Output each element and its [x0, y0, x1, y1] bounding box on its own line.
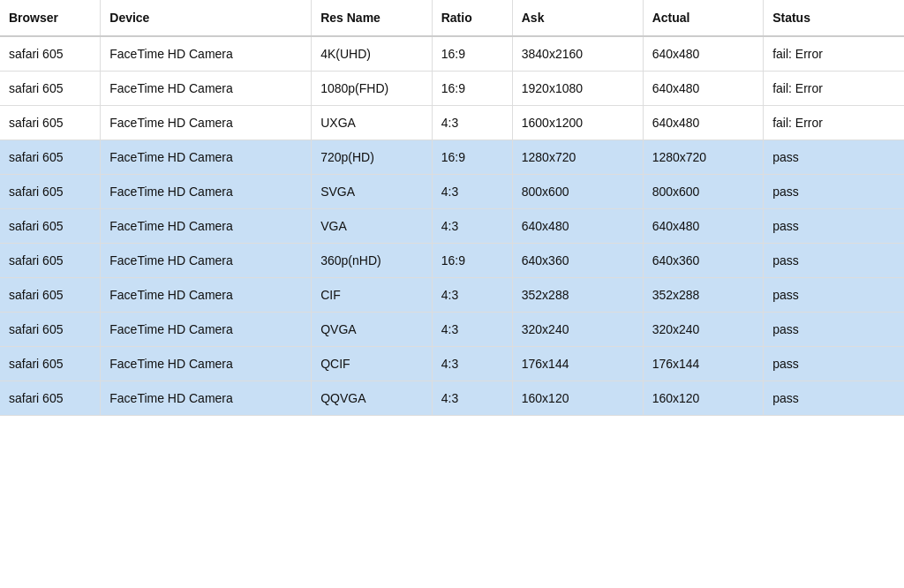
- cell-resName: 720p(HD): [312, 140, 433, 175]
- cell-browser: safari 605: [0, 313, 101, 347]
- table-row: safari 605FaceTime HD CameraUXGA4:31600x…: [0, 106, 904, 140]
- cell-ask: 3840x2160: [512, 36, 643, 72]
- cell-ask: 800x600: [512, 175, 643, 209]
- cell-status: pass: [764, 381, 904, 416]
- cell-device: FaceTime HD Camera: [101, 106, 312, 140]
- cell-browser: safari 605: [0, 140, 101, 175]
- cell-ratio: 16:9: [432, 36, 512, 72]
- table-row: safari 605FaceTime HD CameraSVGA4:3800x6…: [0, 175, 904, 209]
- cell-browser: safari 605: [0, 209, 101, 244]
- cell-status: fail: Error: [764, 106, 904, 140]
- cell-ratio: 4:3: [432, 347, 512, 381]
- cell-device: FaceTime HD Camera: [101, 278, 312, 313]
- cell-status: fail: Error: [764, 72, 904, 106]
- cell-resName: VGA: [312, 209, 433, 244]
- cell-ratio: 4:3: [432, 175, 512, 209]
- table-row: safari 605FaceTime HD CameraQQVGA4:3160x…: [0, 381, 904, 416]
- cell-actual: 160x120: [643, 381, 764, 416]
- cell-resName: 1080p(FHD): [312, 72, 433, 106]
- results-table: Browser Device Res Name Ratio Ask Actual…: [0, 0, 904, 416]
- cell-browser: safari 605: [0, 381, 101, 416]
- cell-ask: 1920x1080: [512, 72, 643, 106]
- table-row: safari 605FaceTime HD Camera720p(HD)16:9…: [0, 140, 904, 175]
- cell-ask: 352x288: [512, 278, 643, 313]
- header-ratio: Ratio: [432, 0, 512, 36]
- cell-ratio: 16:9: [432, 72, 512, 106]
- cell-resName: 4K(UHD): [312, 36, 433, 72]
- cell-status: pass: [764, 175, 904, 209]
- header-browser: Browser: [0, 0, 101, 36]
- cell-device: FaceTime HD Camera: [101, 244, 312, 278]
- cell-browser: safari 605: [0, 72, 101, 106]
- cell-actual: 1280x720: [643, 140, 764, 175]
- cell-ask: 640x480: [512, 209, 643, 244]
- header-ask: Ask: [512, 0, 643, 36]
- cell-ratio: 16:9: [432, 244, 512, 278]
- table-row: safari 605FaceTime HD Camera360p(nHD)16:…: [0, 244, 904, 278]
- cell-ratio: 4:3: [432, 106, 512, 140]
- cell-actual: 640x480: [643, 209, 764, 244]
- cell-device: FaceTime HD Camera: [101, 175, 312, 209]
- table-row: safari 605FaceTime HD Camera4K(UHD)16:93…: [0, 36, 904, 72]
- cell-actual: 640x480: [643, 106, 764, 140]
- cell-browser: safari 605: [0, 244, 101, 278]
- cell-ask: 160x120: [512, 381, 643, 416]
- cell-ask: 640x360: [512, 244, 643, 278]
- cell-browser: safari 605: [0, 36, 101, 72]
- cell-browser: safari 605: [0, 347, 101, 381]
- table-row: safari 605FaceTime HD CameraQCIF4:3176x1…: [0, 347, 904, 381]
- cell-device: FaceTime HD Camera: [101, 313, 312, 347]
- cell-ratio: 4:3: [432, 209, 512, 244]
- table-row: safari 605FaceTime HD CameraVGA4:3640x48…: [0, 209, 904, 244]
- cell-ask: 176x144: [512, 347, 643, 381]
- cell-actual: 640x480: [643, 36, 764, 72]
- table-header-row: Browser Device Res Name Ratio Ask Actual…: [0, 0, 904, 36]
- cell-status: pass: [764, 140, 904, 175]
- cell-status: fail: Error: [764, 36, 904, 72]
- cell-device: FaceTime HD Camera: [101, 36, 312, 72]
- header-resname: Res Name: [312, 0, 433, 36]
- cell-status: pass: [764, 209, 904, 244]
- cell-actual: 800x600: [643, 175, 764, 209]
- cell-device: FaceTime HD Camera: [101, 347, 312, 381]
- cell-browser: safari 605: [0, 106, 101, 140]
- cell-resName: QVGA: [312, 313, 433, 347]
- cell-actual: 352x288: [643, 278, 764, 313]
- cell-actual: 320x240: [643, 313, 764, 347]
- cell-status: pass: [764, 244, 904, 278]
- cell-status: pass: [764, 278, 904, 313]
- cell-actual: 640x360: [643, 244, 764, 278]
- cell-ask: 1280x720: [512, 140, 643, 175]
- cell-actual: 640x480: [643, 72, 764, 106]
- header-device: Device: [101, 0, 312, 36]
- cell-ratio: 4:3: [432, 313, 512, 347]
- cell-ask: 1600x1200: [512, 106, 643, 140]
- cell-resName: SVGA: [312, 175, 433, 209]
- header-actual: Actual: [643, 0, 764, 36]
- cell-browser: safari 605: [0, 175, 101, 209]
- cell-resName: 360p(nHD): [312, 244, 433, 278]
- header-status: Status: [764, 0, 904, 36]
- cell-status: pass: [764, 313, 904, 347]
- table-body: safari 605FaceTime HD Camera4K(UHD)16:93…: [0, 36, 904, 416]
- cell-ratio: 16:9: [432, 140, 512, 175]
- table-row: safari 605FaceTime HD CameraCIF4:3352x28…: [0, 278, 904, 313]
- cell-actual: 176x144: [643, 347, 764, 381]
- cell-resName: CIF: [312, 278, 433, 313]
- cell-resName: UXGA: [312, 106, 433, 140]
- cell-ratio: 4:3: [432, 278, 512, 313]
- cell-ask: 320x240: [512, 313, 643, 347]
- table-row: safari 605FaceTime HD Camera1080p(FHD)16…: [0, 72, 904, 106]
- cell-device: FaceTime HD Camera: [101, 209, 312, 244]
- cell-resName: QQVGA: [312, 381, 433, 416]
- cell-device: FaceTime HD Camera: [101, 140, 312, 175]
- cell-device: FaceTime HD Camera: [101, 381, 312, 416]
- cell-ratio: 4:3: [432, 381, 512, 416]
- table-row: safari 605FaceTime HD CameraQVGA4:3320x2…: [0, 313, 904, 347]
- cell-device: FaceTime HD Camera: [101, 72, 312, 106]
- cell-resName: QCIF: [312, 347, 433, 381]
- cell-browser: safari 605: [0, 278, 101, 313]
- cell-status: pass: [764, 347, 904, 381]
